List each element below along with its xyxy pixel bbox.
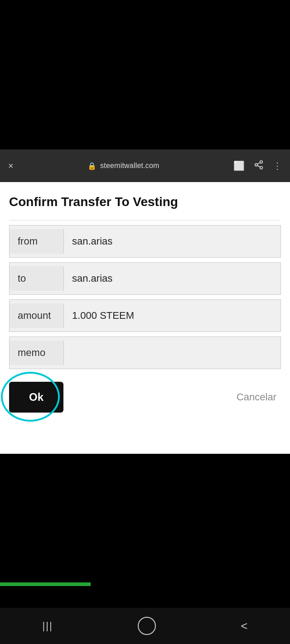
amount-value: 1.000 STEEM <box>64 303 280 328</box>
to-row: to san.arias <box>9 262 281 295</box>
nav-home-icon[interactable] <box>138 617 156 635</box>
from-label: from <box>10 229 64 254</box>
nav-back-icon[interactable]: < <box>241 619 247 633</box>
cancel-button[interactable]: Cancelar <box>232 382 281 412</box>
close-tab-icon[interactable]: × <box>8 161 14 171</box>
transfer-form: from san.arias to san.arias amount 1.000… <box>9 225 281 369</box>
memo-value <box>64 346 280 359</box>
nav-bar: ||| < <box>0 608 290 644</box>
share-icon[interactable] <box>254 160 264 172</box>
url-text: steemitwallet.com <box>100 162 160 170</box>
browser-left-controls: × <box>8 161 14 171</box>
svg-line-4 <box>257 162 260 164</box>
nav-menu-icon[interactable]: ||| <box>43 620 53 632</box>
svg-line-3 <box>257 165 260 167</box>
bottom-black-area <box>0 454 290 621</box>
memo-row: memo <box>9 336 281 369</box>
divider-top <box>9 220 281 221</box>
page-title: Confirm Transfer To Vesting <box>9 195 281 209</box>
lock-icon: 🔒 <box>87 162 97 170</box>
amount-row: amount 1.000 STEEM <box>9 299 281 332</box>
browser-right-controls: ⬜ ⋮ <box>233 160 282 172</box>
page-content: Confirm Transfer To Vesting from san.ari… <box>0 182 290 454</box>
browser-toolbar: × 🔒 steemitwallet.com ⬜ ⋮ <box>0 149 290 182</box>
ok-button[interactable]: Ok <box>9 382 63 413</box>
bookmark-icon[interactable]: ⬜ <box>233 160 245 171</box>
green-highlight <box>0 582 91 586</box>
browser-url-area[interactable]: 🔒 steemitwallet.com <box>14 162 233 170</box>
top-black-area <box>0 0 290 149</box>
buttons-row: Ok Cancelar <box>9 377 281 417</box>
to-label: to <box>10 266 64 291</box>
to-value: san.arias <box>64 266 280 291</box>
from-row: from san.arias <box>9 225 281 258</box>
ok-button-wrapper: Ok <box>9 382 63 413</box>
amount-label: amount <box>10 303 64 328</box>
more-options-icon[interactable]: ⋮ <box>273 160 282 171</box>
memo-label: memo <box>10 341 64 365</box>
from-value: san.arias <box>64 229 280 254</box>
